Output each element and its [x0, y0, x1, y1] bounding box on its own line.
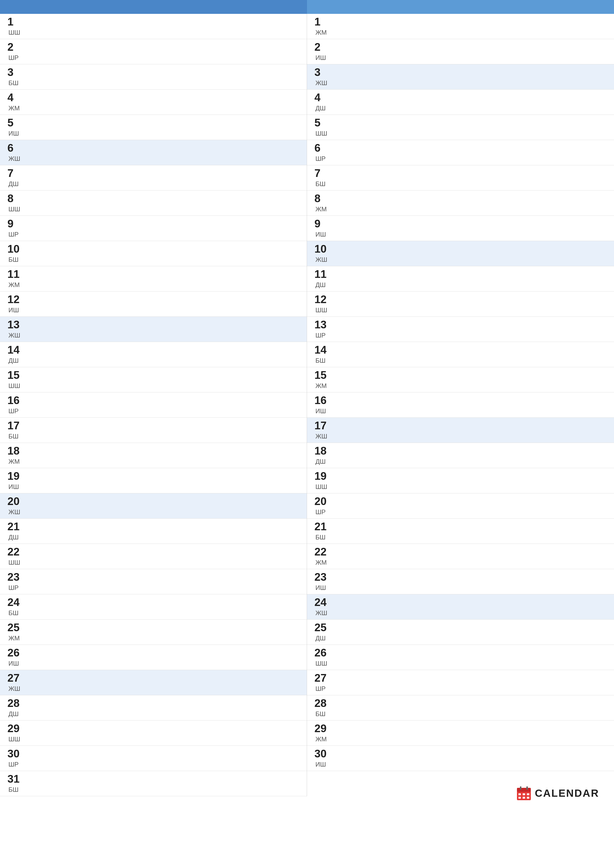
day-number: 16: [314, 395, 337, 406]
day-abbr: ИШ: [314, 53, 337, 62]
day-abbr: ШШ: [314, 305, 337, 314]
day-number: 17: [314, 420, 337, 431]
day-abbr: ЖШ: [8, 684, 30, 693]
right-day-row: 21БШ: [307, 519, 614, 544]
day-number: 5: [314, 117, 337, 128]
header-row: [0, 0, 614, 14]
right-day-row: 19ШШ: [307, 468, 614, 493]
day-abbr: ШР: [8, 53, 30, 62]
day-abbr: ЖШ: [314, 608, 337, 617]
day-abbr: ДШ: [8, 532, 30, 541]
day-abbr: ШШ: [8, 734, 30, 743]
right-day-row: 16ИШ: [307, 392, 614, 418]
right-day-row: 13ШР: [307, 317, 614, 342]
day-abbr: ШШ: [314, 658, 337, 667]
svg-rect-8: [523, 797, 525, 799]
day-abbr: ИШ: [8, 305, 30, 314]
left-day-row: 14ДШ: [0, 342, 307, 367]
left-day-row: 19ИШ: [0, 468, 307, 493]
day-abbr: ШР: [314, 330, 337, 339]
left-day-row: 11ЖМ: [0, 266, 307, 291]
left-day-row: 4ЖМ: [0, 90, 307, 115]
right-day-row: 4ДШ: [307, 90, 614, 115]
day-number: 19: [8, 471, 30, 482]
left-day-row: 25ЖМ: [0, 620, 307, 645]
left-day-row: 18ЖМ: [0, 443, 307, 468]
left-day-row: 16ШР: [0, 392, 307, 418]
day-number: 6: [8, 143, 30, 153]
day-abbr: ИШ: [314, 229, 337, 238]
day-number: 6: [314, 143, 337, 153]
day-number: 22: [314, 546, 337, 557]
day-number: 12: [8, 294, 30, 305]
day-abbr: ДШ: [314, 633, 337, 642]
right-day-row: 8ЖМ: [307, 191, 614, 216]
day-number: 30: [8, 748, 30, 759]
day-abbr: ДШ: [314, 456, 337, 465]
day-number: 26: [8, 647, 30, 658]
day-number: 15: [8, 370, 30, 381]
right-day-row: 26ШШ: [307, 645, 614, 670]
day-abbr: ШШ: [314, 482, 337, 491]
day-number: 25: [314, 622, 337, 633]
day-abbr: ШР: [8, 406, 30, 415]
day-abbr: ШР: [314, 507, 337, 516]
day-number: 7: [8, 168, 30, 179]
right-day-row: 11ДШ: [307, 266, 614, 291]
right-day-row: 3ЖШ: [307, 64, 614, 90]
day-abbr: БШ: [314, 532, 337, 541]
right-day-row: 10ЖШ: [307, 241, 614, 266]
day-abbr: ШР: [8, 759, 30, 768]
day-number: 11: [8, 269, 30, 280]
day-abbr: ШР: [314, 684, 337, 693]
calendar-page: 1ШШ2ШР3БШ4ЖМ5ИШ6ЖШ7ДШ8ШШ9ШР10БШ11ЖМ12ИШ1…: [0, 0, 614, 868]
left-day-row: 13ЖШ: [0, 317, 307, 342]
left-day-row: 20ЖШ: [0, 493, 307, 519]
day-abbr: БШ: [314, 355, 337, 364]
day-number: 24: [8, 597, 30, 608]
left-day-row: 17БШ: [0, 418, 307, 443]
day-abbr: БШ: [314, 708, 337, 718]
right-day-row: 18ДШ: [307, 443, 614, 468]
day-abbr: БШ: [314, 179, 337, 188]
day-number: 29: [8, 723, 30, 734]
right-day-row: 6ШР: [307, 140, 614, 165]
right-day-row: 5ШШ: [307, 115, 614, 140]
day-number: 20: [314, 496, 337, 507]
day-number: 18: [314, 445, 337, 456]
day-number: 8: [314, 193, 337, 204]
right-day-row: 23ИШ: [307, 569, 614, 594]
day-abbr: ИШ: [314, 406, 337, 415]
left-day-row: 7ДШ: [0, 165, 307, 191]
svg-rect-7: [518, 797, 521, 799]
left-day-row: 3БШ: [0, 64, 307, 90]
day-abbr: БШ: [8, 78, 30, 87]
day-number: 12: [314, 294, 337, 305]
right-day-row: 20ШР: [307, 493, 614, 519]
day-number: 23: [314, 572, 337, 583]
day-abbr: ИШ: [8, 128, 30, 137]
day-number: 9: [314, 218, 337, 229]
day-number: 28: [314, 698, 337, 708]
day-number: 16: [8, 395, 30, 406]
day-number: 10: [314, 243, 337, 254]
day-number: 3: [314, 67, 337, 78]
left-day-row: 28ДШ: [0, 695, 307, 721]
left-day-row: 22ШШ: [0, 544, 307, 569]
left-days-column: 1ШШ2ШР3БШ4ЖМ5ИШ6ЖШ7ДШ8ШШ9ШР10БШ11ЖМ12ИШ1…: [0, 14, 307, 796]
day-abbr: ЖМ: [314, 27, 337, 36]
right-day-row: 9ИШ: [307, 216, 614, 241]
day-number: 19: [314, 471, 337, 482]
day-number: 14: [8, 344, 30, 355]
day-number: 2: [8, 42, 30, 53]
right-day-row: 30ИШ: [307, 746, 614, 771]
day-number: 1: [314, 16, 337, 27]
day-number: 17: [8, 420, 30, 431]
day-number: 21: [314, 521, 337, 532]
right-day-row: 15ЖМ: [307, 367, 614, 392]
day-abbr: ИШ: [8, 658, 30, 667]
day-abbr: ШР: [314, 153, 337, 163]
right-day-row: 25ДШ: [307, 620, 614, 645]
right-day-row: 1ЖМ: [307, 14, 614, 39]
day-number: 4: [314, 92, 337, 103]
